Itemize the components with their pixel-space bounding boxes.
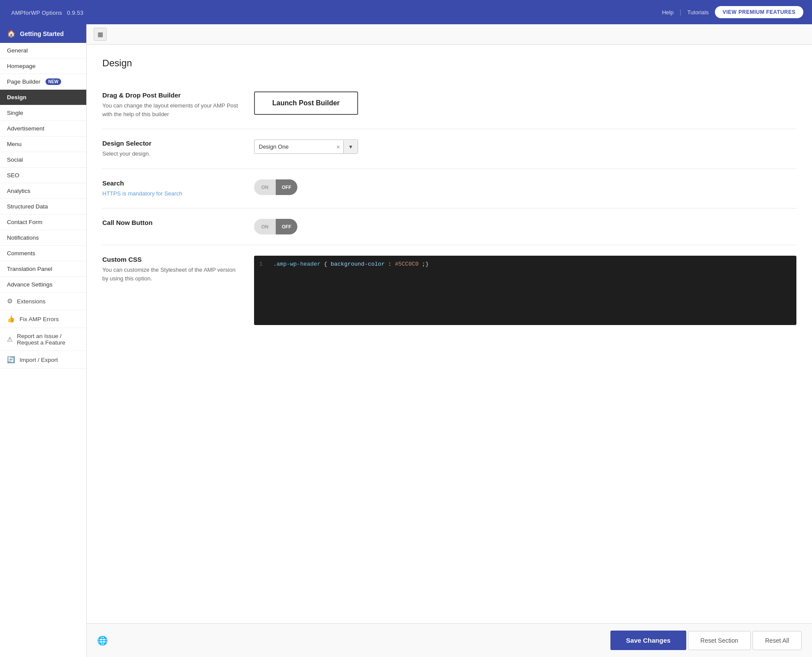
code-line-1: 1 .amp-wp-header { background-color : #5… — [259, 261, 791, 267]
content-toolbar: ▦ — [87, 24, 812, 45]
code-line-number: 1 — [259, 261, 266, 267]
sidebar-item-advertisement[interactable]: Advertisement — [0, 121, 86, 137]
search-label: Search HTTPS is mandatory for Search — [102, 179, 241, 198]
custom-css-title: Custom CSS — [102, 256, 241, 263]
sidebar-item-single[interactable]: Single — [0, 105, 86, 121]
call-now-control: ON OFF — [254, 219, 796, 234]
top-header: AMPforWP Options 0.9.53 Help | Tutorials… — [0, 0, 812, 24]
custom-css-label: Custom CSS You can customize the Stylesh… — [102, 256, 241, 283]
tutorials-link[interactable]: Tutorials — [687, 9, 708, 16]
sidebar-item-extensions[interactable]: ⚙ Extensions — [0, 293, 86, 310]
app-name: AMPforWP Options — [11, 10, 62, 16]
header-divider: | — [680, 9, 682, 16]
sidebar-item-page-builder[interactable]: Page Builder NEW — [0, 74, 86, 90]
sidebar-item-report-issue[interactable]: ⚠ Report an Issue /Request a Feature — [0, 328, 86, 351]
design-selector-title: Design Selector — [102, 140, 241, 147]
header-right: Help | Tutorials VIEW PREMIUM FEATURES — [662, 6, 803, 18]
footer-left: 🌐 — [97, 635, 108, 646]
search-title: Search — [102, 179, 241, 187]
code-line-content: .amp-wp-header { background-color : #5CC… — [273, 261, 429, 267]
premium-button[interactable]: VIEW PREMIUM FEATURES — [715, 6, 803, 18]
search-toggle[interactable]: ON OFF — [254, 179, 297, 195]
drag-drop-description: You can change the layout elements of yo… — [102, 101, 241, 118]
call-now-section: Call Now Button ON OFF — [102, 208, 796, 245]
design-selector-label: Design Selector Select your design. — [102, 140, 241, 158]
design-selector-control: Design One × ▼ — [254, 140, 796, 154]
custom-css-editor[interactable]: 1 .amp-wp-header { background-color : #5… — [254, 256, 796, 325]
sidebar-item-menu[interactable]: Menu — [0, 137, 86, 152]
toggle-on-label[interactable]: ON — [254, 185, 276, 190]
design-selector-section: Design Selector Select your design. Desi… — [102, 129, 796, 169]
sidebar-item-seo[interactable]: SEO — [0, 168, 86, 183]
design-selector-description: Select your design. — [102, 150, 241, 158]
thumbs-up-icon: 👍 — [7, 315, 15, 323]
toggle-off-label[interactable]: OFF — [276, 179, 297, 195]
call-now-label: Call Now Button — [102, 219, 241, 229]
drag-drop-control: Launch Post Builder — [254, 91, 796, 115]
search-description: HTTPS is mandatory for Search — [102, 189, 241, 198]
drag-drop-title: Drag & Drop Post Builder — [102, 91, 241, 99]
grid-icon: ▦ — [98, 31, 103, 38]
design-select-clear-button[interactable]: × — [333, 143, 343, 150]
custom-css-control: 1 .amp-wp-header { background-color : #5… — [254, 256, 796, 325]
sidebar-item-notifications[interactable]: Notifications — [0, 230, 86, 246]
custom-css-section: Custom CSS You can customize the Stylesh… — [102, 245, 796, 335]
code-selector: .amp-wp-header — [273, 261, 320, 267]
sidebar-item-structured-data[interactable]: Structured Data — [0, 199, 86, 215]
app-title: AMPforWP Options 0.9.53 — [9, 8, 84, 17]
toolbar-grid-icon-button[interactable]: ▦ — [94, 28, 107, 41]
new-badge: NEW — [46, 78, 61, 85]
reset-section-button[interactable]: Reset Section — [688, 631, 751, 650]
sidebar-item-advance-settings[interactable]: Advance Settings — [0, 277, 86, 293]
page-title: Design — [102, 58, 796, 69]
sidebar-item-contact-form[interactable]: Contact Form — [0, 215, 86, 230]
gear-icon: ⚙ — [7, 297, 13, 305]
content-footer: 🌐 Save Changes Reset Section Reset All — [87, 623, 812, 657]
app-version: 0.9.53 — [67, 10, 84, 16]
chevron-down-icon[interactable]: ▼ — [343, 140, 358, 153]
search-control: ON OFF — [254, 179, 796, 195]
main-content: ▦ Design Drag & Drop Post Builder You ca… — [87, 24, 812, 657]
sidebar: 🏠 Getting Started General Homepage Page … — [0, 24, 87, 657]
launch-post-builder-button[interactable]: Launch Post Builder — [254, 91, 358, 115]
call-now-title: Call Now Button — [102, 219, 241, 226]
sidebar-item-comments[interactable]: Comments — [0, 246, 86, 261]
reset-all-button[interactable]: Reset All — [753, 631, 802, 650]
home-icon: 🏠 — [7, 29, 16, 38]
design-select[interactable]: Design One × ▼ — [254, 140, 358, 154]
sidebar-item-social[interactable]: Social — [0, 152, 86, 168]
call-now-toggle[interactable]: ON OFF — [254, 219, 297, 234]
sidebar-item-import-export[interactable]: 🔄 Import / Export — [0, 351, 86, 369]
sidebar-item-getting-started[interactable]: 🏠 Getting Started — [0, 24, 86, 43]
code-property: background-color — [331, 261, 385, 267]
getting-started-label: Getting Started — [20, 30, 64, 37]
sidebar-item-design[interactable]: Design — [0, 90, 86, 105]
toggle-on-label[interactable]: ON — [254, 224, 276, 229]
globe-icon: 🌐 — [97, 635, 108, 646]
warning-icon: ⚠ — [7, 335, 13, 343]
search-section: Search HTTPS is mandatory for Search ON … — [102, 169, 796, 209]
help-link[interactable]: Help — [662, 9, 674, 16]
code-value: #5CC0C0 — [395, 261, 419, 267]
sidebar-item-translation-panel[interactable]: Translation Panel — [0, 261, 86, 277]
refresh-icon: 🔄 — [7, 356, 15, 364]
main-layout: 🏠 Getting Started General Homepage Page … — [0, 24, 812, 657]
content-area: Design Drag & Drop Post Builder You can … — [87, 45, 812, 623]
save-changes-button[interactable]: Save Changes — [610, 631, 686, 650]
drag-drop-label: Drag & Drop Post Builder You can change … — [102, 91, 241, 118]
sidebar-item-analytics[interactable]: Analytics — [0, 183, 86, 199]
drag-drop-section: Drag & Drop Post Builder You can change … — [102, 81, 796, 129]
sidebar-item-homepage[interactable]: Homepage — [0, 59, 86, 74]
custom-css-description: You can customize the Stylesheet of the … — [102, 266, 241, 283]
sidebar-item-fix-amp-errors[interactable]: 👍 Fix AMP Errors — [0, 310, 86, 328]
design-select-value: Design One — [254, 140, 333, 153]
toggle-off-label[interactable]: OFF — [276, 219, 297, 234]
sidebar-item-general[interactable]: General — [0, 43, 86, 59]
